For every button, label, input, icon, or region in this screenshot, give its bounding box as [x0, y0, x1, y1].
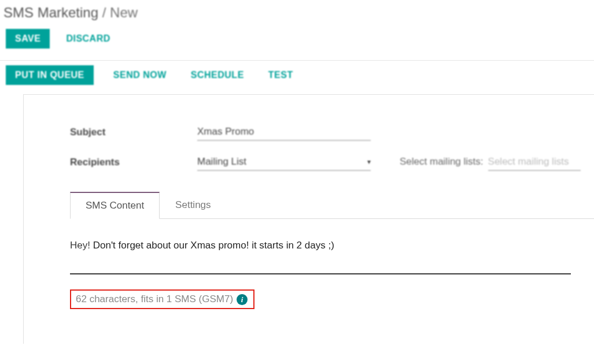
mailing-lists-input[interactable] — [488, 154, 581, 171]
char-count-highlight: 62 characters, fits in 1 SMS (GSM7) i — [70, 289, 254, 309]
sms-textarea[interactable]: Hey! Don't forget about our Xmas promo! … — [70, 240, 594, 274]
tab-settings[interactable]: Settings — [160, 192, 226, 219]
put-in-queue-button[interactable]: PUT IN QUEUE — [6, 65, 94, 85]
discard-button[interactable]: DISCARD — [61, 29, 115, 49]
subject-row: Subject — [70, 124, 594, 141]
schedule-button[interactable]: SCHEDULE — [186, 65, 249, 85]
tab-sms-content[interactable]: SMS Content — [70, 192, 160, 219]
sms-underline — [70, 273, 571, 274]
subject-label: Subject — [70, 127, 197, 138]
send-now-button[interactable]: SEND NOW — [109, 65, 171, 85]
breadcrumb-current: New — [110, 5, 138, 20]
sms-body-text: Don't forget about our Xmas promo! it st… — [90, 240, 334, 251]
char-count-text: 62 characters, fits in 1 SMS (GSM7) — [76, 294, 233, 305]
chevron-down-icon: ▾ — [367, 158, 371, 166]
breadcrumb-module[interactable]: SMS Marketing — [3, 5, 98, 20]
sms-greeting: Hey! — [70, 240, 90, 251]
recipients-row: Recipients ▾ Select mailing lists: — [70, 154, 594, 171]
breadcrumb: SMS Marketing / New — [0, 0, 594, 29]
test-button[interactable]: TEST — [264, 65, 298, 85]
mailing-lists-field: Select mailing lists: — [400, 154, 581, 171]
tabs: SMS Content Settings — [70, 192, 594, 219]
recipients-label: Recipients — [70, 157, 197, 168]
action-bar: PUT IN QUEUE SEND NOW SCHEDULE TEST — [0, 61, 594, 94]
form-card: Subject Recipients ▾ Select mailing list… — [23, 94, 594, 344]
recipients-select[interactable]: ▾ — [197, 154, 371, 171]
form-buttons: SAVE DISCARD — [0, 29, 594, 60]
recipients-input[interactable] — [197, 154, 363, 170]
info-icon[interactable]: i — [237, 294, 248, 305]
mailing-lists-label: Select mailing lists: — [400, 156, 484, 168]
breadcrumb-separator: / — [102, 5, 106, 20]
subject-input[interactable] — [197, 124, 371, 141]
save-button[interactable]: SAVE — [6, 29, 50, 49]
